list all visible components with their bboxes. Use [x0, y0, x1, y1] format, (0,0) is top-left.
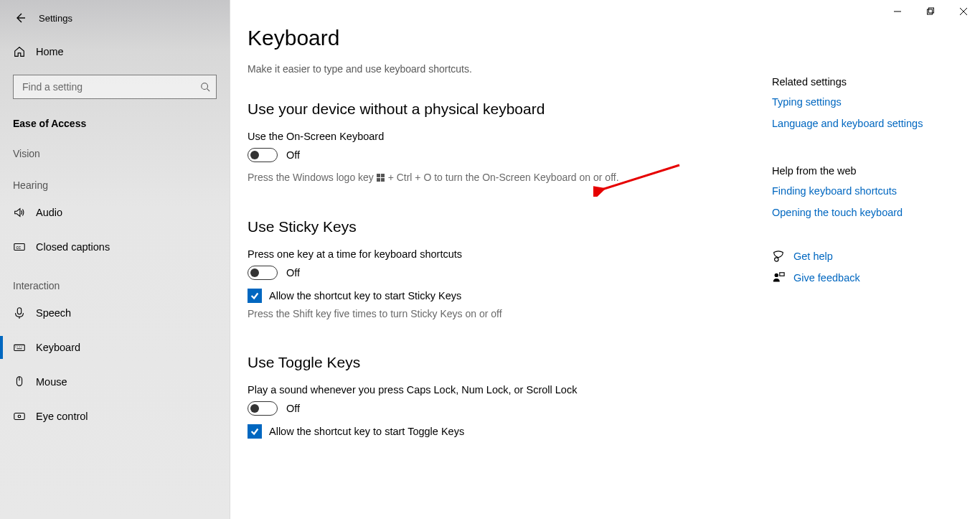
sticky-hint: Press the Shift key five times to turn S… [248, 307, 649, 322]
svg-point-27 [775, 258, 778, 261]
togglekeys-toggle-state: Off [286, 403, 300, 414]
sticky-toggle-state: Off [286, 267, 300, 279]
section-toggle-keys: Use Toggle Keys Play a sound whenever yo… [248, 354, 649, 439]
nav-item-label: Speech [36, 307, 71, 319]
sticky-shortcut-checkbox[interactable] [248, 289, 262, 303]
get-help-label: Get help [793, 251, 833, 262]
search-wrap [0, 67, 230, 99]
search-input[interactable] [19, 81, 200, 93]
svg-rect-20 [14, 413, 24, 420]
svg-rect-10 [17, 308, 21, 314]
category-label: Ease of Access [0, 99, 230, 132]
mouse-icon [13, 375, 26, 388]
nav-home-label: Home [36, 46, 64, 57]
info-pane: Related settings Typing settings Languag… [772, 72, 958, 293]
togglekeys-toggle[interactable] [248, 401, 278, 416]
keyboard-icon [13, 341, 26, 354]
back-button[interactable] [7, 5, 33, 31]
nav-item-label: Closed captions [36, 241, 110, 253]
help-heading: Help from the web [772, 165, 958, 177]
nav-mouse[interactable]: Mouse [0, 365, 230, 399]
nav-speech[interactable]: Speech [0, 296, 230, 330]
osk-toggle[interactable] [248, 148, 278, 162]
search-box[interactable] [13, 75, 217, 99]
svg-rect-25 [381, 178, 385, 182]
windows-logo-icon [377, 174, 385, 182]
page-title: Keyboard [248, 26, 980, 50]
togglekeys-shortcut-checkbox-row: Allow the shortcut key to start Toggle K… [248, 424, 649, 439]
nav-item-label: Keyboard [36, 342, 80, 353]
togglekeys-label: Play a sound whenever you press Caps Loc… [248, 384, 649, 396]
link-touch-keyboard[interactable]: Opening the touch keyboard [772, 207, 958, 218]
related-heading: Related settings [772, 76, 958, 88]
get-help-link[interactable]: Get help [772, 250, 958, 263]
window-title: Settings [39, 13, 72, 24]
group-interaction: Interaction [0, 264, 230, 296]
osk-toggle-state: Off [286, 149, 300, 161]
nav-home[interactable]: Home [0, 36, 230, 67]
svg-rect-24 [377, 178, 380, 182]
togglekeys-shortcut-checkbox[interactable] [248, 424, 262, 439]
svg-point-28 [775, 273, 778, 277]
titlebar: Settings [0, 0, 230, 36]
svg-text:cc: cc [17, 245, 21, 250]
link-language-settings[interactable]: Language and keyboard settings [772, 118, 958, 129]
svg-rect-2 [929, 8, 934, 13]
svg-point-6 [202, 83, 208, 90]
help-icon [772, 250, 785, 263]
group-vision[interactable]: Vision [0, 132, 230, 164]
home-icon [13, 45, 26, 58]
svg-rect-22 [377, 174, 380, 177]
give-feedback-label: Give feedback [793, 272, 860, 284]
sticky-shortcut-checkbox-row: Allow the shortcut key to start Sticky K… [248, 289, 649, 303]
togglekeys-checkbox-label: Allow the shortcut key to start Toggle K… [269, 426, 464, 437]
sidebar: Settings Home Ease of Access Vision Hear… [0, 0, 230, 519]
link-keyboard-shortcuts[interactable]: Finding keyboard shortcuts [772, 185, 958, 197]
nav-item-label: Eye control [36, 411, 88, 422]
sticky-toggle[interactable] [248, 266, 278, 280]
feedback-icon [772, 271, 785, 284]
svg-rect-23 [381, 174, 385, 177]
group-hearing: Hearing [0, 164, 230, 195]
osk-label: Use the On-Screen Keyboard [248, 131, 649, 142]
nav-item-label: Mouse [36, 376, 67, 388]
cc-icon: cc [13, 240, 26, 253]
search-icon [200, 82, 210, 92]
sticky-label: Press one key at a time for keyboard sho… [248, 248, 649, 260]
maximize-button[interactable] [914, 0, 947, 23]
nav-closed-captions[interactable]: cc Closed captions [0, 230, 230, 264]
close-button[interactable] [947, 0, 980, 23]
svg-line-7 [207, 89, 210, 92]
minimize-button[interactable] [881, 0, 914, 23]
section-heading: Use your device without a physical keybo… [248, 100, 649, 118]
audio-icon [13, 206, 26, 219]
section-no-physical: Use your device without a physical keybo… [248, 100, 649, 185]
section-heading: Use Sticky Keys [248, 218, 649, 235]
window-controls [881, 0, 980, 23]
mic-icon [13, 307, 26, 319]
nav-item-label: Audio [36, 207, 62, 218]
give-feedback-link[interactable]: Give feedback [772, 271, 958, 284]
nav-audio[interactable]: Audio [0, 195, 230, 230]
link-typing-settings[interactable]: Typing settings [772, 96, 958, 108]
section-heading: Use Toggle Keys [248, 354, 649, 371]
svg-rect-1 [928, 9, 933, 14]
svg-point-21 [18, 415, 21, 418]
svg-rect-29 [780, 273, 784, 276]
eye-icon [13, 410, 26, 423]
nav-keyboard[interactable]: Keyboard [0, 330, 230, 365]
sticky-checkbox-label: Allow the shortcut key to start Sticky K… [269, 290, 461, 301]
osk-hint: Press the Windows logo key + Ctrl + O to… [248, 171, 649, 185]
section-sticky-keys: Use Sticky Keys Press one key at a time … [248, 218, 649, 322]
svg-rect-12 [14, 345, 24, 350]
nav-eye-control[interactable]: Eye control [0, 399, 230, 434]
